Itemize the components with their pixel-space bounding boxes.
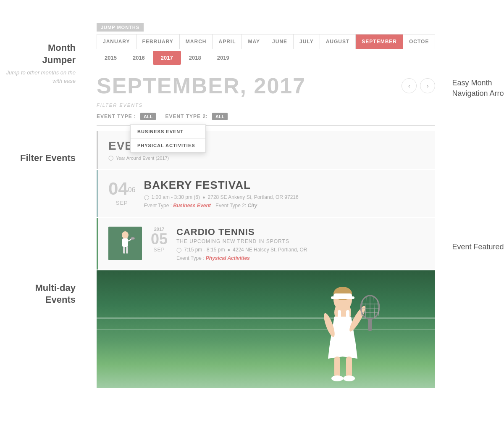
tab-2019[interactable]: 2019	[209, 51, 237, 65]
next-month-button[interactable]: ›	[420, 78, 435, 93]
svg-line-18	[365, 297, 366, 318]
bakery-types: Event Type : Business Event Event Type 2…	[144, 203, 425, 209]
svg-point-4	[131, 237, 135, 240]
dropdown-physical-activities[interactable]: PHYSICAL ACTIVITIES	[131, 139, 205, 152]
cardio-event-card: 2017 05 SEP CARDIO TENNIS THE UPCOMING N…	[97, 218, 435, 270]
cardio-date: 2017 05 SEP	[149, 227, 170, 253]
bakery-row: 0406 SEP BAKERY FESTIVAL ◯ 1:00 am - 3:3…	[108, 179, 425, 209]
cardio-title: CARDIO TENNIS	[176, 227, 425, 238]
cardio-date-month: SEP	[149, 247, 170, 253]
cardio-details: CARDIO TENNIS THE UPCOMING NEW TREND IN …	[176, 227, 425, 261]
tennis-player-thumb-svg	[108, 227, 142, 260]
svg-rect-27	[346, 357, 352, 378]
svg-line-19	[374, 297, 375, 318]
tab-2016[interactable]: 2016	[125, 51, 153, 65]
bakery-type2-label: Event Type 2:	[215, 203, 246, 209]
filter-events-title: Filter Events	[0, 152, 76, 164]
clock-icon-cardio: ◯	[176, 247, 181, 253]
svg-rect-12	[338, 310, 341, 319]
month-tabs: JANUARY FEBRUARY MARCH APRIL MAY JUNE JU…	[97, 34, 435, 49]
event-type2-label: EVENT TYPE 2:	[165, 114, 208, 119]
month-jumper-subtitle: Jump to other months on the with ease	[0, 69, 76, 85]
event-type-badge[interactable]: ALL	[140, 113, 156, 120]
pin-icon-cardio: ●	[227, 247, 230, 252]
clock-icon: ◯	[108, 155, 113, 161]
tennis-player-svg	[284, 270, 402, 388]
event-type-dropdown: BUSINESS EVENT PHYSICAL ACTIVITIES	[130, 124, 206, 153]
sidebar: Month Jumper Jump to other months on the…	[0, 0, 88, 396]
tab-january[interactable]: JANUARY	[97, 34, 136, 49]
tab-july[interactable]: JULY	[294, 34, 320, 49]
bakery-type-value: Business Event	[173, 203, 210, 209]
filter-row: EVENT TYPE : ALL EVENT TYPE 2: ALL BUSIN…	[97, 113, 435, 120]
svg-rect-6	[126, 247, 128, 254]
tab-may[interactable]: MAY	[242, 34, 266, 49]
tab-august[interactable]: AUGUST	[320, 34, 356, 49]
cardio-thumbnail	[108, 227, 142, 260]
clock-icon-bakery: ◯	[144, 195, 149, 200]
tab-2018[interactable]: 2018	[181, 51, 209, 65]
dropdown-business-event[interactable]: BUSINESS EVENT	[131, 125, 205, 139]
month-jumper-section: Month Jumper Jump to other months on the…	[0, 42, 88, 85]
tab-june[interactable]: JUNE	[266, 34, 294, 49]
bakery-type-label: Event Type :	[144, 203, 172, 209]
bakery-date: 0406 SEP	[108, 179, 136, 206]
svg-point-29	[343, 375, 355, 381]
featured-image-annotation: Event Featured Image	[452, 242, 504, 252]
tab-october[interactable]: OCTOE	[403, 34, 435, 49]
bakery-details: BAKERY FESTIVAL ◯ 1:00 am - 3:30 pm (6) …	[144, 179, 425, 209]
bakery-type2-value: City	[248, 203, 257, 209]
cardio-type-value: Physical Activities	[206, 255, 250, 261]
bakery-meta: ◯ 1:00 am - 3:30 pm (6) ● 2728 SE Ankeny…	[144, 194, 425, 200]
cardio-type-label: Event Type :	[176, 255, 205, 261]
bakery-location: 2728 SE Ankeny St, Portland, OR 97216	[208, 194, 299, 200]
cardio-date-num: 05	[149, 232, 170, 247]
multi-day-title: Multi-day Events	[0, 282, 76, 306]
month-heading-row: SEPTEMBER, 2017 ‹ ›	[97, 73, 435, 98]
svg-rect-11	[331, 296, 354, 299]
nav-arrows: ‹ ›	[402, 78, 435, 93]
svg-rect-26	[334, 357, 340, 378]
tab-march[interactable]: MARCH	[180, 34, 213, 49]
year-event-subtitle: ◯ Year Around Event (2017)	[108, 155, 425, 161]
bakery-title: BAKERY FESTIVAL	[144, 179, 425, 192]
cardio-row: 2017 05 SEP CARDIO TENNIS THE UPCOMING N…	[108, 227, 425, 261]
cardio-types: Event Type : Physical Activities	[176, 255, 425, 261]
filter-events-label: FILTER EVENTS	[97, 103, 435, 108]
tab-2017[interactable]: 2017	[153, 51, 181, 65]
tab-2015[interactable]: 2015	[97, 51, 125, 65]
bakery-date-num: 0406	[108, 179, 136, 199]
svg-point-28	[331, 375, 343, 381]
bakery-time: 1:00 am - 3:30 pm (6)	[152, 194, 200, 200]
current-month-heading: SEPTEMBER, 2017	[97, 73, 306, 98]
prev-month-button[interactable]: ‹	[402, 78, 417, 93]
svg-rect-25	[368, 318, 372, 331]
year-tabs: 2015 2016 2017 2018 2019	[97, 51, 435, 65]
bakery-event-card: 0406 SEP BAKERY FESTIVAL ◯ 1:00 am - 3:3…	[97, 170, 435, 217]
tab-september[interactable]: SEPTEMBER	[356, 34, 403, 49]
svg-rect-5	[123, 247, 125, 254]
cardio-location: 4224 NE Halsey St, Portland, OR	[233, 247, 307, 253]
tab-april[interactable]: APRIL	[213, 34, 242, 49]
cardio-time: 7:15 pm - 8:15 pm	[184, 247, 225, 253]
svg-rect-13	[346, 310, 349, 319]
featured-image-section	[97, 270, 435, 388]
cardio-subtitle: THE UPCOMING NEW TREND IN SPORTS	[176, 238, 425, 244]
event-type-label: EVENT TYPE :	[97, 114, 136, 119]
svg-point-1	[122, 231, 129, 239]
month-jumper-title: Month Jumper	[0, 42, 76, 66]
multi-day-section: Multi-day Events	[0, 282, 88, 306]
cardio-meta: ◯ 7:15 pm - 8:15 pm ● 4224 NE Halsey St,…	[176, 247, 425, 253]
filter-events-section: Filter Events	[0, 152, 88, 164]
jump-months-label: JUMP MONTHS	[97, 23, 144, 32]
pin-icon-bakery: ●	[202, 195, 205, 200]
tab-february[interactable]: FEBRUARY	[136, 34, 180, 49]
bakery-date-month: SEP	[108, 200, 136, 206]
right-annotations: Easy Month Navigation Arrows Event Featu…	[444, 0, 504, 396]
easy-nav-annotation: Easy Month Navigation Arrows	[452, 78, 504, 99]
main-content: JUMP MONTHS JANUARY FEBRUARY MARCH APRIL…	[88, 0, 444, 396]
event-type2-badge[interactable]: ALL	[212, 113, 228, 120]
